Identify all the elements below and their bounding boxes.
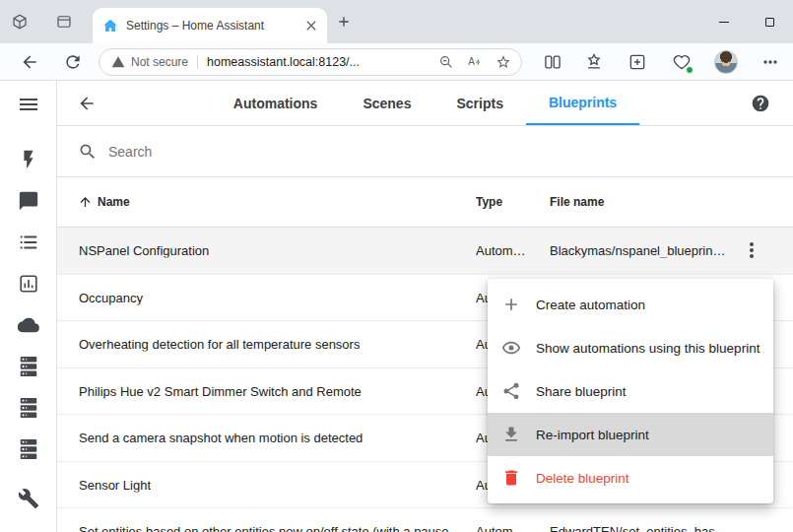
favorite-star-icon[interactable] bbox=[496, 54, 511, 70]
security-label[interactable]: Not secure bbox=[131, 55, 188, 69]
row-name: Set entities based on other entities new… bbox=[79, 524, 471, 532]
blueprint-context-menu: Create automation Show automations using… bbox=[488, 279, 773, 503]
menu-item-label: Delete blueprint bbox=[536, 471, 629, 486]
tab-blueprints[interactable]: Blueprints bbox=[526, 81, 639, 125]
ha-back-icon[interactable] bbox=[77, 94, 97, 113]
favorites-hub-icon[interactable] bbox=[584, 52, 604, 72]
developer-tools-icon[interactable] bbox=[18, 190, 39, 212]
row-file: Blackymas/nspanel_blueprin… bbox=[550, 243, 725, 258]
browser-window: Settings – Home Assistant Not secure hom… bbox=[0, 0, 793, 532]
row-name: Sensor Light bbox=[79, 477, 151, 492]
table-header: Name Type File name bbox=[57, 177, 793, 228]
table-row[interactable]: Set entities based on other entities new… bbox=[57, 508, 793, 532]
tab-close-icon[interactable] bbox=[303, 18, 319, 33]
menu-item-label: Share blueprint bbox=[536, 384, 627, 399]
menu-item-create-automation[interactable]: Create automation bbox=[488, 283, 773, 326]
maximize-button[interactable] bbox=[747, 0, 792, 43]
tab-label: Blueprints bbox=[549, 95, 617, 110]
tab-scenes[interactable]: Scenes bbox=[340, 81, 433, 125]
profile-avatar[interactable] bbox=[714, 50, 738, 74]
row-name: Overheating detection for all temperatur… bbox=[79, 337, 360, 352]
tab-label: Scenes bbox=[363, 96, 411, 111]
row-name: Occupancy bbox=[79, 290, 143, 304]
back-icon[interactable] bbox=[20, 52, 39, 72]
row-name: Send a camera snapshot when motion is de… bbox=[79, 431, 363, 445]
row-name: NSPanel Configuration bbox=[79, 243, 209, 258]
row-name: Philips Hue v2 Smart Dimmer Switch and R… bbox=[79, 383, 362, 398]
new-tab-button[interactable] bbox=[336, 14, 352, 30]
menu-item-delete-blueprint[interactable]: Delete blueprint bbox=[488, 456, 773, 499]
notification-badge bbox=[686, 66, 694, 74]
tab-label: Automations bbox=[233, 96, 318, 111]
address-divider bbox=[197, 55, 198, 69]
ha-search-row bbox=[57, 126, 793, 177]
wrench-icon[interactable] bbox=[18, 488, 39, 509]
row-type: Autom bbox=[476, 524, 513, 532]
address-bar[interactable]: Not secure homeassistant.local:8123/... … bbox=[99, 48, 522, 76]
browser-navbar: Not secure homeassistant.local:8123/... … bbox=[0, 43, 793, 81]
browser-titlebar: Settings – Home Assistant bbox=[0, 0, 793, 43]
download-icon bbox=[501, 425, 521, 444]
menu-item-label: Show automations using this blueprint bbox=[536, 341, 760, 356]
row-file: EdwardTEN/set_entities_bas… bbox=[550, 524, 728, 532]
read-aloud-icon[interactable]: A bbox=[467, 54, 483, 70]
not-secure-warning-icon bbox=[111, 55, 125, 69]
menu-item-label: Re-import blueprint bbox=[536, 428, 649, 442]
collections-icon[interactable] bbox=[628, 52, 647, 72]
tab-scripts[interactable]: Scripts bbox=[433, 81, 525, 125]
search-icon bbox=[78, 142, 98, 162]
server-icon[interactable] bbox=[18, 356, 39, 377]
column-header-file-name[interactable]: File name bbox=[550, 195, 604, 209]
menu-item-share-blueprint[interactable]: Share blueprint bbox=[488, 369, 773, 413]
menu-item-reimport-blueprint[interactable]: Re-import blueprint bbox=[488, 413, 773, 456]
zoom-out-icon[interactable] bbox=[438, 54, 454, 70]
browser-tab[interactable]: Settings – Home Assistant bbox=[93, 8, 327, 43]
tab-title: Settings – Home Assistant bbox=[126, 19, 303, 33]
plus-icon bbox=[501, 295, 521, 314]
history-chart-icon[interactable] bbox=[18, 273, 39, 295]
menu-item-label: Create automation bbox=[536, 298, 645, 312]
menu-item-show-automations[interactable]: Show automations using this blueprint bbox=[488, 326, 773, 369]
table-row[interactable]: NSPanel Configuration Autom… Blackymas/n… bbox=[57, 228, 793, 275]
ha-tabs: Automations Scenes Scripts Blueprints bbox=[116, 81, 734, 125]
server-icon[interactable] bbox=[18, 397, 39, 419]
search-input[interactable] bbox=[108, 144, 502, 160]
menu-icon[interactable] bbox=[17, 93, 40, 116]
column-header-type[interactable]: Type bbox=[476, 195, 502, 209]
browser-essentials-icon[interactable] bbox=[672, 52, 692, 72]
server-icon[interactable] bbox=[18, 438, 39, 460]
url-text[interactable]: homeassistant.local:8123/... bbox=[207, 55, 360, 69]
minimize-button[interactable] bbox=[701, 0, 747, 43]
eye-icon bbox=[501, 338, 521, 358]
row-type: Autom… bbox=[476, 243, 526, 258]
share-icon bbox=[501, 381, 521, 401]
todo-list-icon[interactable] bbox=[18, 232, 39, 253]
workspaces-icon[interactable] bbox=[11, 13, 29, 31]
row-overflow-menu-icon[interactable] bbox=[740, 238, 763, 262]
tab-automations[interactable]: Automations bbox=[211, 81, 341, 125]
ha-sidebar bbox=[0, 81, 57, 532]
tab-actions-icon[interactable] bbox=[55, 13, 73, 31]
help-icon[interactable] bbox=[751, 94, 770, 113]
ha-topbar: Automations Scenes Scripts Blueprints bbox=[57, 81, 793, 126]
column-header-name[interactable]: Name bbox=[98, 195, 130, 209]
sort-ascending-icon[interactable] bbox=[78, 195, 93, 210]
svg-text:A: A bbox=[468, 56, 475, 67]
refresh-icon[interactable] bbox=[63, 52, 83, 72]
settings-menu-icon[interactable] bbox=[760, 52, 780, 72]
tab-label: Scripts bbox=[456, 96, 502, 111]
trash-icon bbox=[501, 468, 521, 488]
home-assistant-favicon bbox=[102, 18, 118, 33]
split-screen-icon[interactable] bbox=[543, 52, 562, 72]
cloud-icon[interactable] bbox=[18, 314, 39, 336]
energy-icon[interactable] bbox=[18, 149, 39, 170]
